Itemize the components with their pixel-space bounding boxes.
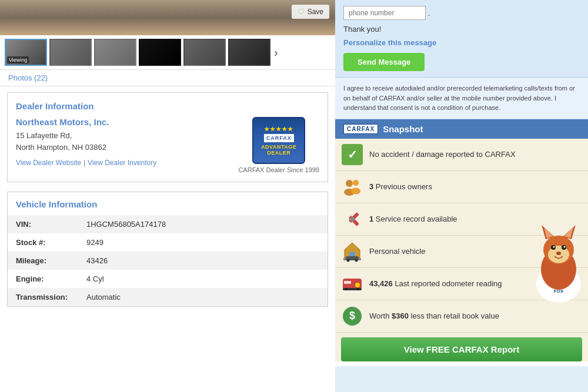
carfax-badge: ★★★★★ CARFAX ADVANTAGE DEALER CARFAX Dea…: [238, 117, 319, 173]
send-message-button[interactable]: Send Message: [343, 53, 425, 71]
dealer-address-line1: 15 Lafayette Rd,: [16, 131, 72, 140]
thank-you-text: Thank you!: [343, 25, 580, 33]
carfax-badge-image: ★★★★★ CARFAX ADVANTAGE DEALER: [252, 117, 305, 164]
worth-text: Worth $360 less than retail book value: [369, 311, 582, 320]
save-button[interactable]: ♡ Save: [292, 5, 329, 19]
accident-icon: ✓: [341, 143, 363, 166]
svg-point-6: [350, 217, 355, 222]
service-text: 1 Service record available: [369, 215, 582, 223]
snapshot-section: CARFAX Snapshot ✓ No accident / damage r…: [335, 119, 588, 366]
badge-stars: ★★★★★: [264, 126, 293, 132]
thumbnail-3[interactable]: [94, 39, 136, 66]
vehicle-section: Vehicle Information VIN: 1HGCM56805A1741…: [7, 192, 328, 307]
snapshot-header: CARFAX Snapshot: [335, 119, 588, 139]
table-row: Transmission: Automatic: [8, 288, 328, 306]
thumbnails-row: Viewing ›: [0, 35, 335, 70]
snapshot-title: Snapshot: [383, 124, 423, 134]
link-separator: |: [83, 159, 85, 167]
svg-point-11: [347, 259, 350, 262]
table-row: Mileage: 43426: [8, 252, 328, 270]
odo-svg: [341, 273, 363, 295]
vin-label: VIN:: [8, 215, 78, 233]
thumb-viewing-label: Viewing: [7, 56, 29, 63]
view-dealer-website-link[interactable]: View Dealer Website: [16, 159, 81, 167]
badge-advantage-text: ADVANTAGE: [261, 144, 296, 150]
dealer-links: View Dealer Website | View Dealer Invent…: [16, 159, 156, 167]
snapshot-row-owners: 3 Previous owners: [335, 171, 588, 203]
snapshot-row-accident: ✓ No accident / damage reported to CARFA…: [335, 139, 588, 171]
phone-row: .: [343, 6, 580, 20]
mileage-label: Mileage:: [8, 252, 78, 270]
svg-point-3: [351, 187, 360, 194]
people-svg: [342, 176, 363, 197]
table-row: VIN: 1HGCM56805A174178: [8, 215, 328, 233]
owners-icon: [341, 176, 363, 198]
dealer-name: Northeast Motors, Inc.: [16, 117, 156, 127]
thumbnail-2[interactable]: [49, 39, 92, 66]
worth-icon: $: [341, 305, 363, 327]
svg-text:FOX: FOX: [554, 289, 564, 294]
thumbnail-6[interactable]: [228, 39, 270, 66]
svg-rect-14: [344, 281, 351, 284]
car-image-main: [0, 0, 335, 35]
carfax-report-button[interactable]: View FREE CARFAX Report: [341, 337, 582, 361]
transmission-value: Automatic: [78, 288, 328, 306]
svg-point-17: [345, 288, 348, 290]
money-svg: $: [342, 306, 363, 327]
svg-point-15: [355, 283, 360, 287]
badge-dealer-text: DEALER: [267, 150, 290, 156]
save-label: Save: [308, 8, 323, 16]
snapshot-rows: ✓ No accident / damage reported to CARFA…: [335, 139, 588, 361]
view-dealer-inventory-link[interactable]: View Dealer Inventory: [88, 159, 156, 167]
left-panel: ♡ Save Viewing › Photos (22) Dealer Info…: [0, 0, 335, 392]
house-car-svg: [341, 240, 363, 263]
check-icon: ✓: [342, 144, 363, 165]
snapshot-row-worth: $ Worth $360 less than retail book value: [335, 300, 588, 333]
snapshot-row-personal: Personal vehicle: [335, 236, 588, 268]
personalize-link[interactable]: Personalize this message: [343, 38, 580, 47]
owners-text: 3 Previous owners: [369, 182, 582, 191]
svg-text:$: $: [349, 310, 355, 321]
car-image-container: ♡ Save: [0, 0, 335, 35]
engine-value: 4 Cyl: [78, 270, 328, 288]
odo-icon: [341, 273, 363, 295]
transmission-label: Transmission:: [8, 288, 78, 306]
dealer-address: 15 Lafayette Rd, North Hampton, NH 03862: [16, 130, 156, 153]
dealer-section: Dealer Information Northeast Motors, Inc…: [7, 92, 328, 182]
dealer-since-text: CARFAX Dealer Since 1999: [238, 166, 319, 173]
dealer-left: Northeast Motors, Inc. 15 Lafayette Rd, …: [16, 117, 156, 167]
thumbnail-5[interactable]: [183, 39, 226, 66]
photos-link[interactable]: Photos (22): [0, 70, 335, 86]
snapshot-row-service: 1 Service record available: [335, 203, 588, 236]
odo-text: 43,426 Last reported odometer reading: [369, 279, 582, 288]
svg-point-12: [355, 259, 358, 262]
svg-point-0: [346, 180, 353, 187]
engine-label: Engine:: [8, 270, 78, 288]
table-row: Stock #: 9249: [8, 233, 328, 252]
phone-dot: .: [428, 9, 430, 18]
carfax-logo-small: CARFAX: [343, 124, 378, 134]
message-box: . Thank you! Personalize this message Se…: [335, 0, 588, 78]
mileage-value: 43426: [78, 252, 328, 270]
next-photos-button[interactable]: ›: [274, 46, 278, 59]
thumbnail-1[interactable]: Viewing: [5, 39, 47, 66]
dealer-inner: Northeast Motors, Inc. 15 Lafayette Rd, …: [16, 117, 319, 173]
thumbnail-4[interactable]: [139, 39, 181, 66]
table-row: Engine: 4 Cyl: [8, 270, 328, 288]
personal-vehicle-icon: [341, 240, 363, 263]
svg-point-18: [357, 288, 359, 290]
dealer-section-title: Dealer Information: [16, 101, 319, 111]
vin-value: 1HGCM56805A174178: [78, 215, 328, 233]
stock-value: 9249: [78, 233, 328, 252]
svg-point-2: [353, 180, 359, 186]
phone-input[interactable]: [343, 6, 426, 20]
consent-text: I agree to receive autodialed and/or pre…: [335, 78, 588, 119]
accident-text: No accident / damage reported to CARFAX: [369, 150, 582, 159]
heart-icon: ♡: [298, 7, 305, 16]
vehicle-section-title: Vehicle Information: [8, 192, 328, 215]
stock-label: Stock #:: [8, 233, 78, 252]
snapshot-row-odo: 43,426 Last reported odometer reading CA…: [335, 268, 588, 300]
personal-vehicle-text: Personal vehicle: [369, 247, 582, 256]
service-icon: [341, 208, 363, 230]
vehicle-table: VIN: 1HGCM56805A174178 Stock #: 9249 Mil…: [8, 215, 328, 306]
